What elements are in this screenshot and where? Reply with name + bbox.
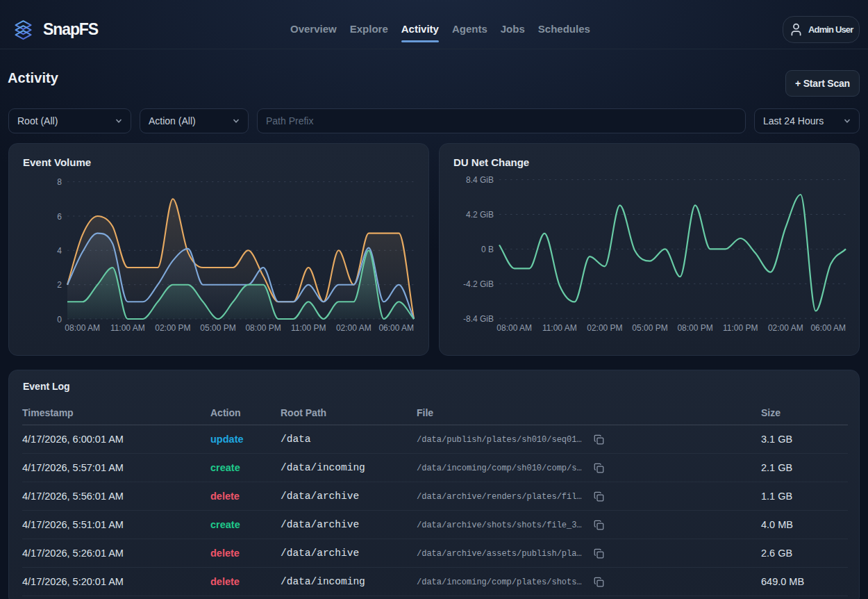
svg-text:08:00 AM: 08:00 AM — [496, 323, 532, 333]
svg-text:11:00 PM: 11:00 PM — [291, 323, 326, 333]
svg-text:05:00 PM: 05:00 PM — [200, 323, 235, 333]
svg-text:6: 6 — [57, 212, 62, 222]
svg-text:02:00 AM: 02:00 AM — [768, 323, 803, 333]
svg-text:-8.4 GiB: -8.4 GiB — [463, 314, 494, 324]
svg-text:4.2 GiB: 4.2 GiB — [466, 210, 494, 220]
svg-text:8.4 GiB: 8.4 GiB — [466, 175, 494, 185]
svg-text:02:00 PM: 02:00 PM — [155, 323, 190, 333]
svg-text:02:00 PM: 02:00 PM — [587, 323, 622, 333]
svg-text:2: 2 — [57, 280, 62, 290]
svg-text:06:00 AM: 06:00 AM — [810, 323, 846, 333]
svg-text:08:00 AM: 08:00 AM — [65, 323, 100, 333]
svg-text:08:00 PM: 08:00 PM — [677, 323, 712, 333]
svg-text:06:00 AM: 06:00 AM — [378, 323, 414, 333]
svg-text:11:00 AM: 11:00 AM — [110, 323, 145, 333]
svg-text:02:00 AM: 02:00 AM — [336, 323, 372, 333]
svg-text:8: 8 — [57, 177, 62, 187]
svg-text:11:00 PM: 11:00 PM — [723, 323, 758, 333]
svg-text:08:00 PM: 08:00 PM — [245, 323, 281, 333]
svg-text:05:00 PM: 05:00 PM — [632, 323, 667, 333]
svg-text:0: 0 — [57, 315, 62, 325]
svg-text:-4.2 GiB: -4.2 GiB — [463, 279, 494, 289]
svg-text:11:00 AM: 11:00 AM — [542, 323, 577, 333]
svg-text:0 B: 0 B — [481, 245, 494, 254]
svg-text:4: 4 — [57, 246, 62, 256]
